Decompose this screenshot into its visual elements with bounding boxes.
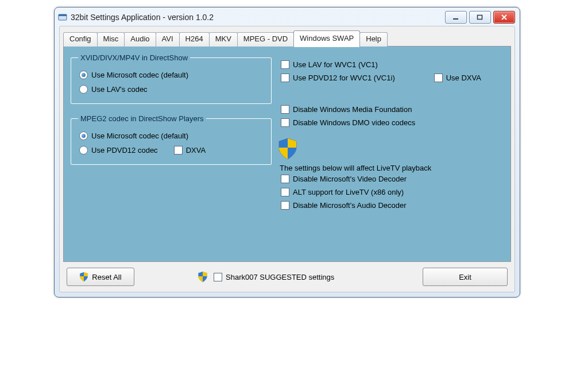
maximize-icon <box>477 14 483 20</box>
tab-config[interactable]: Config <box>63 32 98 47</box>
uac-shield-icon <box>198 271 208 283</box>
titlebar[interactable]: 32bit Settings Application - version 1.0… <box>55 7 520 26</box>
tab-mpeg-dvd[interactable]: MPEG - DVD <box>237 32 294 47</box>
check-disable-wmf[interactable]: Disable Windows Media Foundation <box>280 103 504 116</box>
tab-misc[interactable]: Misc <box>97 32 125 47</box>
app-window: 32bit Settings Application - version 1.0… <box>54 7 520 298</box>
check-use-dxva[interactable]: Use DXVA <box>433 71 482 84</box>
check-label: Shark007 SUGGESTED settings <box>226 273 334 281</box>
check-label: Disable Microsoft's Video Decoder <box>293 175 407 183</box>
checkbox-icon <box>214 273 222 281</box>
bottom-bar: Reset All Shark007 SUGGESTED settings Ex… <box>63 262 511 287</box>
radio-mpeg2-pdvd[interactable]: Use PDVD12 codec <box>78 143 159 157</box>
uac-shield-icon <box>277 137 298 160</box>
check-alt-livetv[interactable]: ALT support for LiveTV (x86 only) <box>280 186 504 199</box>
svg-rect-2 <box>453 18 458 20</box>
check-label: Use LAV for WVC1 (VC1) <box>293 60 378 69</box>
tab-windows-swap[interactable]: Windows SWAP <box>293 30 360 47</box>
checkbox-icon <box>281 105 289 114</box>
button-label: Reset All <box>92 273 121 281</box>
radio-label: Use Microsoft codec (default) <box>91 132 188 140</box>
exit-button[interactable]: Exit <box>423 268 508 286</box>
check-label: Disable Microsoft's Audio Decoder <box>293 201 407 210</box>
radio-icon <box>79 132 88 140</box>
livetv-section-label: The settings below will affect LiveTV pl… <box>280 164 504 172</box>
button-label: Exit <box>459 273 471 281</box>
radio-mpeg2-ms[interactable]: Use Microsoft codec (default) <box>78 129 264 143</box>
check-label: Use DXVA <box>446 74 481 82</box>
svg-rect-1 <box>59 14 67 16</box>
window-title: 32bit Settings Application - version 1.0… <box>71 13 445 22</box>
checkbox-icon <box>281 60 289 69</box>
tab-panel: XVID/DIVX/MP4V in DirectShow Use Microso… <box>63 46 511 262</box>
checkbox-icon <box>281 118 289 127</box>
group-xvid: XVID/DIVX/MP4V in DirectShow Use Microso… <box>71 53 272 104</box>
check-disable-ms-adec[interactable]: Disable Microsoft's Audio Decoder <box>280 199 504 212</box>
radio-label: Use LAV's codec <box>91 85 148 94</box>
checkbox-icon <box>281 201 289 210</box>
tab-mkv[interactable]: MKV <box>209 32 238 47</box>
checkbox-icon <box>281 74 289 82</box>
close-button[interactable] <box>493 11 515 24</box>
minimize-button[interactable] <box>445 11 467 24</box>
tab-audio[interactable]: Audio <box>124 32 156 47</box>
check-label: DXVA <box>186 146 206 155</box>
radio-label: Use Microsoft codec (default) <box>91 71 188 79</box>
tab-bar: Config Misc Audio AVI H264 MKV MPEG - DV… <box>63 30 511 47</box>
group-xvid-legend: XVID/DIVX/MP4V in DirectShow <box>78 53 190 62</box>
check-label: Disable Windows DMO video codecs <box>293 118 415 127</box>
minimize-icon <box>452 14 459 20</box>
checkbox-icon <box>281 188 289 196</box>
reset-all-button[interactable]: Reset All <box>67 268 134 286</box>
radio-xvid-lav[interactable]: Use LAV's codec <box>78 82 264 96</box>
checkbox-icon <box>434 74 443 82</box>
radio-icon <box>79 85 88 94</box>
check-disable-dmo[interactable]: Disable Windows DMO video codecs <box>280 116 504 129</box>
check-pdvd-vc1i[interactable]: Use PDVD12 for WVC1 (VC1i) <box>280 71 396 84</box>
group-mpeg2: MPEG2 codec in DirectShow Players Use Mi… <box>71 114 272 165</box>
maximize-button[interactable] <box>469 11 491 24</box>
check-lav-vc1[interactable]: Use LAV for WVC1 (VC1) <box>280 58 504 71</box>
uac-shield-icon <box>79 272 88 282</box>
app-icon <box>58 13 67 22</box>
tab-h264[interactable]: H264 <box>179 32 210 47</box>
tab-avi[interactable]: AVI <box>156 32 180 47</box>
close-icon <box>501 14 508 20</box>
check-mpeg2-dxva[interactable]: DXVA <box>173 143 207 157</box>
client-area: Config Misc Audio AVI H264 MKV MPEG - DV… <box>59 26 515 292</box>
checkbox-icon <box>174 146 183 155</box>
check-disable-ms-vdec[interactable]: Disable Microsoft's Video Decoder <box>280 172 504 186</box>
radio-xvid-ms[interactable]: Use Microsoft codec (default) <box>78 68 264 82</box>
radio-label: Use PDVD12 codec <box>91 146 158 155</box>
group-mpeg2-legend: MPEG2 codec in DirectShow Players <box>78 114 206 123</box>
check-label: Use PDVD12 for WVC1 (VC1i) <box>293 74 395 82</box>
radio-icon <box>79 146 88 155</box>
check-label: Disable Windows Media Foundation <box>293 105 412 114</box>
radio-icon <box>79 71 88 79</box>
tab-help[interactable]: Help <box>359 32 388 47</box>
check-label: ALT support for LiveTV (x86 only) <box>293 188 404 196</box>
svg-rect-3 <box>478 16 482 20</box>
checkbox-icon <box>281 175 289 183</box>
check-suggested-settings[interactable]: Shark007 SUGGESTED settings <box>214 273 334 281</box>
